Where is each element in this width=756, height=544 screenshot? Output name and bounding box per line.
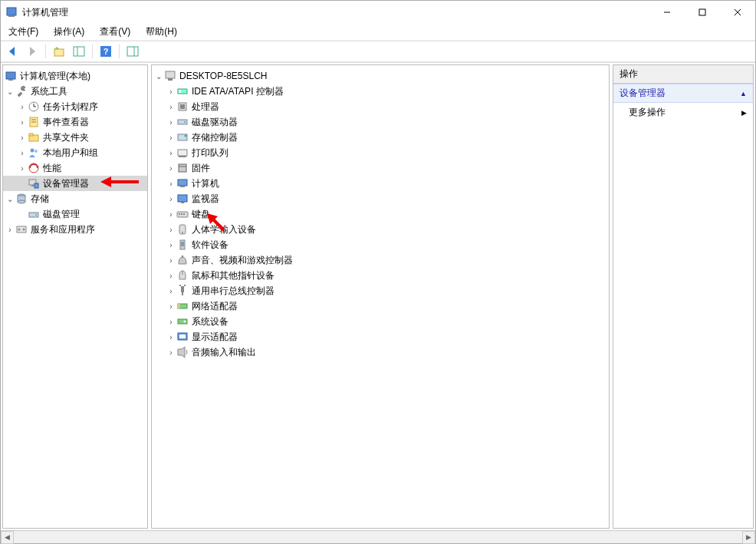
horizontal-scrollbar[interactable]: ◀ ▶ xyxy=(1,530,755,543)
expander-closed-icon[interactable]: › xyxy=(166,255,176,265)
expander-closed-icon[interactable]: › xyxy=(166,316,176,327)
tree-node-task-scheduler[interactable]: › 任务计划程序 xyxy=(3,99,147,114)
svg-point-46 xyxy=(185,135,187,137)
expander-closed-icon[interactable]: › xyxy=(17,163,28,173)
expander-closed-icon[interactable]: › xyxy=(17,101,28,112)
tree-node-disk-management[interactable]: · 磁盘管理 xyxy=(3,206,147,222)
device-category-node[interactable]: ›显示适配器 xyxy=(152,329,609,345)
tree-label: 声音、视频和游戏控制器 xyxy=(192,254,293,267)
device-tree[interactable]: ⌄ DESKTOP-8E5SLCH ›IDE ATA/ATAPI 控制器›处理器… xyxy=(152,65,609,363)
device-category-node[interactable]: ›处理器 xyxy=(152,99,609,114)
menu-view[interactable]: 查看(V) xyxy=(95,24,135,40)
actions-group-device-manager[interactable]: 设备管理器 ▲ xyxy=(613,84,753,103)
menu-help[interactable]: 帮助(H) xyxy=(141,24,182,40)
expander-closed-icon[interactable]: › xyxy=(166,147,176,158)
tree-node-event-viewer[interactable]: › 事件查看器 xyxy=(3,114,147,130)
tree-node-system-tools[interactable]: ⌄ 系统工具 xyxy=(3,84,147,99)
device-category-node[interactable]: ›存储控制器 xyxy=(152,130,609,145)
tree-node-storage[interactable]: ⌄ 存储 xyxy=(3,191,147,206)
close-button[interactable] xyxy=(720,1,755,24)
svg-rect-37 xyxy=(166,71,175,78)
device-category-icon xyxy=(176,193,189,205)
expander-closed-icon[interactable]: › xyxy=(5,224,15,235)
tree-label: 计算机 xyxy=(192,177,219,190)
expander-closed-icon[interactable]: › xyxy=(166,331,176,342)
expander-closed-icon[interactable]: › xyxy=(166,178,176,189)
svg-rect-65 xyxy=(181,286,184,292)
expander-open-icon[interactable]: ⌄ xyxy=(5,193,15,204)
expander-closed-icon[interactable]: › xyxy=(17,117,28,127)
app-icon xyxy=(5,6,18,18)
svg-point-60 xyxy=(182,232,183,233)
show-hide-tree-button[interactable] xyxy=(71,43,87,60)
maximize-button[interactable] xyxy=(685,1,720,24)
device-category-node[interactable]: ›计算机 xyxy=(152,176,609,191)
show-hide-action-pane-button[interactable] xyxy=(124,43,141,60)
expander-closed-icon[interactable]: › xyxy=(166,193,176,204)
expander-open-icon[interactable]: ⌄ xyxy=(153,71,164,81)
tree-label: 网络适配器 xyxy=(192,300,238,313)
device-category-node[interactable]: ›音频输入和输出 xyxy=(152,345,609,360)
expander-closed-icon[interactable]: › xyxy=(166,132,176,143)
back-button[interactable] xyxy=(4,43,21,60)
tree-node-root[interactable]: 计算机管理(本地) xyxy=(3,68,147,84)
svg-rect-63 xyxy=(182,256,183,258)
device-category-node[interactable]: ›IDE ATA/ATAPI 控制器 xyxy=(152,84,609,99)
up-button[interactable] xyxy=(51,43,67,60)
device-category-node[interactable]: ›打印队列 xyxy=(152,145,609,160)
expander-closed-icon[interactable]: › xyxy=(166,347,176,358)
expander-closed-icon[interactable]: › xyxy=(166,86,176,97)
device-category-node[interactable]: ›磁盘驱动器 xyxy=(152,114,609,130)
svg-rect-42 xyxy=(180,104,185,109)
device-category-node[interactable]: ›鼠标和其他指针设备 xyxy=(152,268,609,283)
device-category-node[interactable]: ›声音、视频和游戏控制器 xyxy=(152,252,609,268)
svg-rect-43 xyxy=(178,120,187,124)
scroll-track[interactable] xyxy=(14,532,742,543)
expander-closed-icon[interactable]: › xyxy=(166,209,176,219)
computer-icon xyxy=(164,70,176,82)
tree-node-performance[interactable]: › 性能 xyxy=(3,160,147,176)
action-more[interactable]: 更多操作 ▶ xyxy=(613,103,753,122)
expander-closed-icon[interactable]: › xyxy=(166,239,176,250)
menu-action[interactable]: 操作(A) xyxy=(49,24,89,40)
expander-closed-icon[interactable]: › xyxy=(166,270,176,281)
svg-rect-28 xyxy=(35,183,38,188)
tree-node-local-users[interactable]: › 本地用户和组 xyxy=(3,145,147,160)
expander-open-icon[interactable]: ⌄ xyxy=(5,86,15,97)
tree-node-shared-folders[interactable]: › 共享文件夹 xyxy=(3,130,147,145)
help-button[interactable]: ? xyxy=(97,43,114,60)
device-category-node[interactable]: ›通用串行总线控制器 xyxy=(152,283,609,298)
tree-node-services-apps[interactable]: › 服务和应用程序 xyxy=(3,222,147,237)
console-tree[interactable]: 计算机管理(本地) ⌄ 系统工具 › 任务计划程序 › 事件查看器 xyxy=(3,65,147,240)
device-node-computer[interactable]: ⌄ DESKTOP-8E5SLCH xyxy=(152,68,609,84)
expander-closed-icon[interactable]: › xyxy=(166,117,176,127)
expander-closed-icon[interactable]: › xyxy=(166,285,176,296)
device-category-node[interactable]: ›软件设备 xyxy=(152,237,609,252)
tree-label: 存储 xyxy=(31,193,49,206)
expander-closed-icon[interactable]: › xyxy=(166,301,176,312)
tree-label: 共享文件夹 xyxy=(43,131,89,144)
expander-closed-icon[interactable]: › xyxy=(17,132,28,143)
device-category-node[interactable]: ›监视器 xyxy=(152,191,609,206)
device-category-node[interactable]: ›网络适配器 xyxy=(152,298,609,314)
scroll-right-button[interactable]: ▶ xyxy=(742,531,755,544)
device-category-node[interactable]: ›人体学输入设备 xyxy=(152,222,609,237)
expander-closed-icon[interactable]: › xyxy=(17,147,28,158)
svg-rect-53 xyxy=(178,195,187,202)
actions-group-label: 设备管理器 xyxy=(620,87,666,100)
minimize-button[interactable] xyxy=(649,1,685,24)
tree-node-device-manager[interactable]: · 设备管理器 xyxy=(3,176,147,191)
device-category-node[interactable]: ›键盘 xyxy=(152,206,609,222)
expander-closed-icon[interactable]: › xyxy=(166,163,176,173)
device-category-node[interactable]: ›固件 xyxy=(152,160,609,176)
expander-closed-icon[interactable]: › xyxy=(166,101,176,112)
expander-closed-icon[interactable]: › xyxy=(166,224,176,235)
svg-rect-6 xyxy=(54,49,64,56)
forward-button[interactable] xyxy=(24,43,41,60)
tree-label: 软件设备 xyxy=(192,239,228,252)
device-category-icon xyxy=(176,131,189,143)
device-manager-panel: ⌄ DESKTOP-8E5SLCH ›IDE ATA/ATAPI 控制器›处理器… xyxy=(151,64,610,529)
scroll-left-button[interactable]: ◀ xyxy=(1,531,14,544)
device-category-node[interactable]: ›系统设备 xyxy=(152,314,609,329)
menu-file[interactable]: 文件(F) xyxy=(4,24,43,40)
